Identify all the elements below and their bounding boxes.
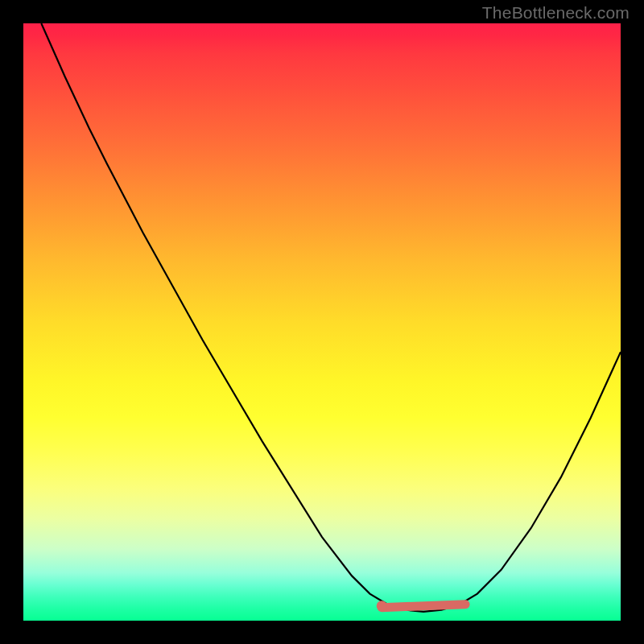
bottleneck-curve [41, 23, 621, 612]
optimal-range-start-dot [377, 601, 387, 611]
optimal-range-highlight [382, 605, 465, 608]
watermark-text: TheBottleneck.com [482, 3, 630, 23]
chart-svg [23, 23, 621, 621]
plot-area [23, 23, 621, 621]
